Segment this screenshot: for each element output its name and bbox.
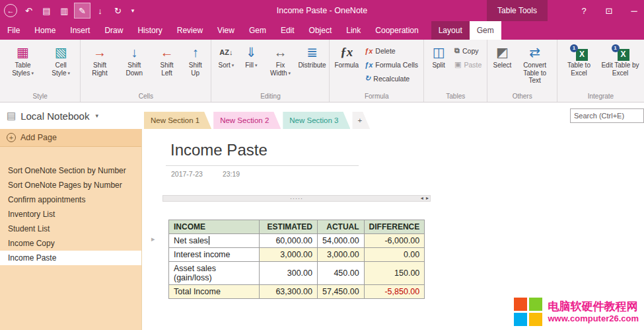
select-button[interactable]: ◩ Select — [490, 42, 514, 69]
tab-file[interactable]: File — [0, 21, 27, 40]
page-item[interactable]: Income Copy — [0, 236, 141, 251]
tab-link[interactable]: Link — [339, 21, 368, 40]
table-row-total: Total Income 63,300.00 57,450.00 -5,850.… — [169, 285, 425, 299]
watermark-site-name: 电脑软硬件教程网 — [548, 300, 639, 313]
formula-cells-button[interactable]: ƒx Formula Cells — [362, 58, 421, 71]
formula-button[interactable]: ƒx Formula — [332, 42, 361, 69]
minimize-button[interactable]: ─ — [628, 3, 640, 19]
shift-right-button[interactable]: → Shift Right — [83, 42, 116, 77]
tab-draw[interactable]: Draw — [97, 21, 130, 40]
table-cell[interactable]: 450.00 — [318, 262, 365, 285]
fix-width-button[interactable]: ↔ Fix Width▾ — [264, 42, 296, 77]
undo-button[interactable]: ↶ — [20, 3, 37, 19]
recalculate-button[interactable]: ↻ Recalculate — [362, 72, 421, 85]
tab-layout[interactable]: Layout — [431, 21, 470, 40]
tab-cooperation[interactable]: Cooperation — [368, 21, 425, 40]
page-item[interactable]: Confirm appointments — [0, 192, 141, 207]
ribbon-group-tables: ◫ Split ⧉ Copy ▣ Paste Tables — [423, 40, 487, 102]
split-button[interactable]: ◫ Split — [427, 42, 450, 69]
shift-left-button[interactable]: ← Shift Left — [153, 42, 181, 77]
horizontal-resize-icon[interactable]: ◂ ▸ — [421, 195, 429, 201]
delete-formula-button[interactable]: ƒx Delete — [362, 44, 421, 57]
group-label-cells: Cells — [82, 91, 209, 102]
table-cell[interactable]: 63,300.00 — [260, 285, 318, 299]
header-estimated[interactable]: ESTIMATED — [260, 220, 318, 234]
section-tab-3[interactable]: New Section 3 — [283, 112, 350, 129]
search-input[interactable] — [570, 108, 644, 123]
table-cell[interactable]: 0.00 — [364, 248, 425, 262]
notebook-selector[interactable]: ▤ Local Notebook ▾ — [7, 103, 98, 129]
add-section-button[interactable]: + — [352, 112, 370, 129]
tab-review[interactable]: Review — [170, 21, 210, 40]
tab-view[interactable]: View — [210, 21, 242, 40]
table-cell[interactable]: 3,000.00 — [260, 248, 318, 262]
table-cell[interactable]: 54,000.00 — [318, 234, 365, 248]
ribbon-group-style: ▦ Table Styles▾ ▧ Cell Style▾ Style — [0, 40, 80, 102]
convert-table-to-text-button[interactable]: ⇄ Convert Table to Text — [515, 42, 554, 85]
table-cell[interactable]: 3,000.00 — [318, 248, 365, 262]
tab-home[interactable]: Home — [27, 21, 63, 40]
table-cell[interactable]: Interest income — [169, 248, 260, 262]
table-cell[interactable]: 57,450.00 — [318, 285, 365, 299]
section-tab-2[interactable]: New Section 2 — [213, 112, 281, 129]
pin-note-button[interactable]: ✎ — [74, 3, 90, 19]
section-tab-1[interactable]: New Section 1 — [144, 112, 211, 129]
header-difference[interactable]: DIFFERENCE — [364, 220, 425, 234]
table-styles-button[interactable]: ▦ Table Styles▾ — [3, 42, 43, 77]
copy-icon: ⧉ — [454, 46, 460, 55]
page-item[interactable]: Inventory List — [0, 207, 141, 222]
cell-style-button[interactable]: ▧ Cell Style▾ — [44, 42, 77, 77]
table-cell[interactable]: Total Income — [169, 285, 260, 299]
table-cell[interactable]: 150.00 — [364, 262, 425, 285]
table-move-handle[interactable]: ····· ◂ ▸ — [162, 195, 431, 202]
tab-gem[interactable]: Gem — [242, 21, 273, 40]
add-page-label: Add Page — [20, 133, 57, 142]
page-item[interactable]: Student List — [0, 222, 141, 236]
tab-history[interactable]: History — [130, 21, 169, 40]
logo-square-yellow — [529, 313, 542, 326]
page-title[interactable]: Income Paste — [170, 141, 268, 159]
shift-down-icon: ↓ — [131, 43, 137, 62]
shift-down-button[interactable]: ↓ Shift Down — [118, 42, 151, 77]
back-button[interactable]: ← — [4, 4, 17, 17]
save-button[interactable]: ↓ — [92, 3, 108, 19]
tab-gem-contextual[interactable]: Gem — [470, 21, 501, 40]
page-item[interactable]: Sort OneNote Section by Number — [0, 163, 141, 178]
tab-object[interactable]: Object — [302, 21, 340, 40]
tab-edit[interactable]: Edit — [273, 21, 302, 40]
edit-table-by-excel-button[interactable]: 1 X Edit Table by Excel — [599, 42, 641, 77]
button-label: Split — [432, 62, 445, 69]
watermark-site-url: www.computer26.com — [548, 313, 639, 324]
ribbon-display-options-button[interactable]: ⊡ — [603, 3, 615, 19]
table-cell[interactable]: -5,850.00 — [364, 285, 425, 299]
fill-button[interactable]: ⇓ Fill▾ — [239, 42, 263, 69]
drag-dots-icon: ····· — [163, 196, 430, 200]
sync-button[interactable]: ↻ — [110, 3, 126, 19]
ribbon-group-editing: AZ↓ Sort▾ ⇓ Fill▾ ↔ Fix Width▾ ≣ Distrib… — [211, 40, 329, 102]
header-income[interactable]: INCOME — [169, 220, 260, 234]
table-cell[interactable]: 60,000.00 — [260, 234, 318, 248]
customize-quick-access-icon[interactable]: ▾ — [127, 3, 138, 19]
button-label: Recalculate — [373, 75, 410, 83]
cell-text: Net sales — [174, 236, 208, 245]
table-cell[interactable]: Asset sales (gain/loss) — [169, 262, 260, 285]
notes-list-icon[interactable]: ▥ — [56, 3, 73, 19]
document-icon[interactable]: ▤ — [38, 3, 55, 19]
paragraph-handle[interactable]: ▸ — [151, 235, 155, 243]
sort-button[interactable]: AZ↓ Sort▾ — [214, 42, 238, 69]
help-button[interactable]: ? — [578, 3, 590, 19]
table-cell[interactable]: -6,000.00 — [364, 234, 425, 248]
table-to-excel-button[interactable]: 1 X Table to Excel — [560, 42, 598, 77]
page-item-selected[interactable]: Income Paste — [0, 251, 141, 265]
distribute-button[interactable]: ≣ Distribute — [298, 42, 327, 69]
add-page-button[interactable]: + Add Page — [0, 129, 141, 147]
paste-table-button[interactable]: ▣ Paste — [452, 58, 484, 71]
copy-table-button[interactable]: ⧉ Copy — [452, 44, 484, 57]
shift-up-button[interactable]: ↑ Shift Up — [182, 42, 208, 77]
tab-insert[interactable]: Insert — [63, 21, 97, 40]
table-cell[interactable]: Net sales — [169, 234, 260, 248]
page-item[interactable]: Sort OneNote Pages by Number — [0, 178, 141, 192]
header-actual[interactable]: ACTUAL — [318, 220, 365, 234]
ribbon: ▦ Table Styles▾ ▧ Cell Style▾ Style → Sh… — [0, 40, 644, 103]
table-cell[interactable]: 300.00 — [260, 262, 318, 285]
